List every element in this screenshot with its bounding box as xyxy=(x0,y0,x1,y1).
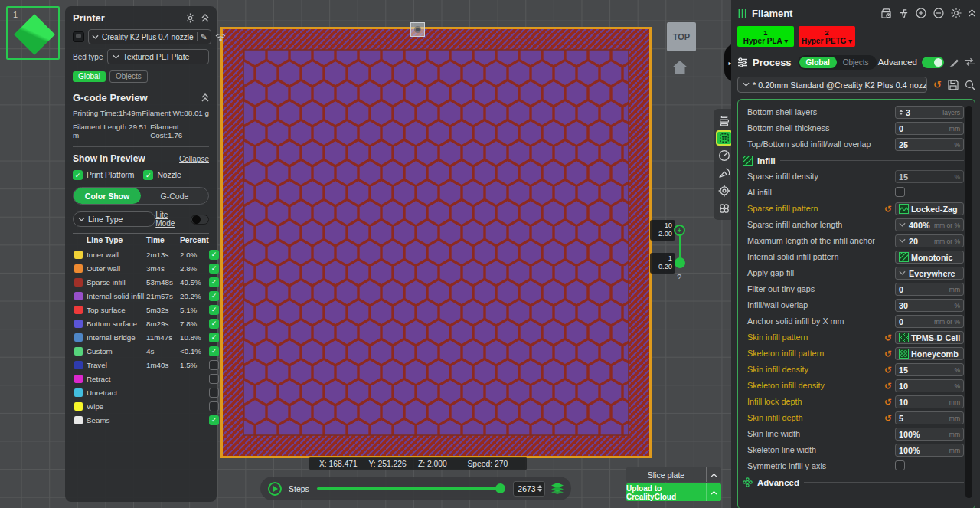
upload-to-crealitycloud-button[interactable]: Upload to CrealityCloud xyxy=(626,483,721,501)
wifi-icon[interactable] xyxy=(215,33,226,41)
save-preset-icon[interactable] xyxy=(948,80,959,90)
setting-control-sparse-infill-density[interactable]: 15% xyxy=(895,170,964,183)
line-visibility-checkbox[interactable] xyxy=(209,401,219,411)
printer-settings-gear-icon[interactable] xyxy=(185,13,195,23)
collapse-link[interactable]: Collapse xyxy=(179,155,209,163)
reset-setting-icon[interactable]: ↺ xyxy=(884,381,895,392)
setting-control-sparse-infill-anchor-length[interactable]: 400%mm or % xyxy=(895,218,964,231)
reset-setting-icon[interactable]: ↺ xyxy=(884,204,895,215)
advanced-toggle[interactable] xyxy=(922,57,944,68)
line-visibility-checkbox[interactable]: ✓ xyxy=(209,346,219,356)
steps-input[interactable]: 2673 xyxy=(513,481,545,497)
setting-control-skeleton-line-width[interactable]: 100%mm xyxy=(895,444,964,457)
settings-scrollbar[interactable] xyxy=(965,106,972,498)
home-view-icon[interactable] xyxy=(671,60,688,75)
tab-objects[interactable]: Objects xyxy=(109,70,148,83)
play-button[interactable] xyxy=(268,482,282,496)
line-visibility-checkbox[interactable]: ✓ xyxy=(209,250,219,260)
reset-setting-icon[interactable]: ↺ xyxy=(884,333,895,343)
setting-control-filter-out-tiny-gaps[interactable]: 0mm xyxy=(895,283,964,296)
reset-setting-icon[interactable]: ↺ xyxy=(884,349,895,359)
setting-control-anchor-solid-infill-by-x-mm[interactable]: 0mm or % xyxy=(895,315,964,328)
plate-view-tool-icon[interactable] xyxy=(716,130,733,146)
setting-control-skeleton-infill-pattern[interactable]: Honeycomb xyxy=(895,347,964,360)
process-tab-global[interactable]: Global xyxy=(799,57,837,68)
add-filament-icon[interactable] xyxy=(916,8,926,18)
object-thumbnail[interactable]: 1 xyxy=(6,6,60,60)
compare-presets-icon[interactable] xyxy=(964,57,975,67)
bed-type-select[interactable]: Textured PEI Plate xyxy=(107,49,209,64)
layer-slider-help[interactable]: ? xyxy=(677,273,681,282)
spinner-arrows[interactable] xyxy=(900,110,903,115)
line-visibility-checkbox[interactable]: ✓ xyxy=(209,305,219,315)
process-tab-objects[interactable]: Objects xyxy=(837,57,875,68)
line-visibility-checkbox[interactable]: ✓ xyxy=(209,333,219,342)
line-preview-tool-icon[interactable] xyxy=(716,113,733,128)
line-visibility-checkbox[interactable]: ✓ xyxy=(209,415,219,425)
filament-store-icon[interactable] xyxy=(880,8,892,18)
filament-settings-gear-icon[interactable] xyxy=(951,8,962,18)
process-preset-select[interactable]: * 0.20mm Standard @Creality K2 Plus 0.4 … xyxy=(737,77,927,93)
line-visibility-checkbox[interactable]: ✓ xyxy=(209,291,219,301)
setting-control-sparse-infill-pattern[interactable]: Locked-Zag xyxy=(895,202,964,215)
reset-setting-icon[interactable]: ↺ xyxy=(884,397,895,408)
checkbox-print-platform[interactable]: ✓ xyxy=(73,170,83,180)
tab-global[interactable]: Global xyxy=(73,71,106,82)
tab-color-show[interactable]: Color Show xyxy=(74,188,141,204)
steps-slider[interactable] xyxy=(317,487,504,490)
reset-preset-icon[interactable]: ↺ xyxy=(933,79,942,90)
setting-control-infill-lock-depth[interactable]: 10mm xyxy=(895,395,964,408)
filament-chip-2[interactable]: 2Hyper PETG ▾ xyxy=(799,26,855,47)
checkbox-nozzle[interactable]: ✓ xyxy=(143,170,153,180)
tab-gcode[interactable]: G-Code xyxy=(141,188,208,204)
remove-filament-icon[interactable] xyxy=(933,8,944,18)
paint-brush-icon[interactable] xyxy=(949,57,959,67)
setting-control-maximum-length-of-the-infill-anchor[interactable]: 20mm or % xyxy=(895,234,964,247)
line-visibility-checkbox[interactable] xyxy=(209,360,219,370)
search-settings-icon[interactable] xyxy=(965,80,975,90)
collapse-gcode-icon[interactable] xyxy=(201,93,209,102)
line-visibility-checkbox[interactable]: ✓ xyxy=(209,277,219,287)
line-visibility-checkbox[interactable]: ✓ xyxy=(209,319,219,329)
build-plate-viewport[interactable]: TOP ▸ 1 Printer Creality K2 Plus 0.4 xyxy=(0,0,980,508)
steps-slider-handle[interactable] xyxy=(495,483,505,493)
speed-gauge-tool-icon[interactable] xyxy=(716,148,733,163)
setting-control-internal-solid-infill-pattern[interactable]: Monotonic xyxy=(895,251,964,264)
edit-printer-icon[interactable]: ✎ xyxy=(201,32,207,42)
line-type-select[interactable]: Line Type xyxy=(73,211,155,227)
bed-level-tool-icon[interactable] xyxy=(716,166,733,181)
slice-plate-button[interactable]: Slice plate xyxy=(626,467,721,482)
setting-control-bottom-shell-layers[interactable]: 3layers xyxy=(895,106,964,119)
line-visibility-checkbox[interactable] xyxy=(209,388,219,398)
setting-control-top-bottom-solid-infill-wall-overlap[interactable]: 25% xyxy=(895,138,964,151)
filament-dropper-icon[interactable] xyxy=(899,8,909,18)
layer-slider-top-handle[interactable]: + xyxy=(674,225,685,236)
setting-control-bottom-shell-thickness[interactable]: 0mm xyxy=(895,122,964,135)
more-tools-icon[interactable] xyxy=(716,201,733,216)
reset-setting-icon[interactable]: ↺ xyxy=(884,413,895,424)
setting-control-skin-line-width[interactable]: 100%mm xyxy=(895,428,964,441)
calibration-tool-icon[interactable] xyxy=(716,183,733,198)
layer-slider-bottom-handle[interactable] xyxy=(675,257,685,268)
setting-control-skin-infill-pattern[interactable]: TPMS-D Cell xyxy=(895,331,964,344)
print-preview-object[interactable] xyxy=(220,27,652,458)
printer-select[interactable]: Creality K2 Plus 0.4 nozzle ✎ xyxy=(88,29,211,44)
collapse-panel-icon[interactable] xyxy=(201,14,209,22)
line-visibility-checkbox[interactable]: ✓ xyxy=(209,264,219,274)
upload-options-chevron[interactable] xyxy=(706,483,721,501)
setting-control-skeleton-infill-density[interactable]: 10% xyxy=(895,379,964,392)
reset-setting-icon[interactable]: ↺ xyxy=(884,365,895,375)
setting-control-infill-wall-overlap[interactable]: 30% xyxy=(895,299,964,312)
lite-mode-toggle[interactable] xyxy=(191,215,209,225)
filament-collapse-icon[interactable] xyxy=(969,9,975,17)
slice-options-chevron[interactable] xyxy=(706,467,721,482)
filament-chip-1[interactable]: 1Hyper PLA ▾ xyxy=(737,26,794,47)
view-cube-top[interactable]: TOP xyxy=(667,22,696,51)
layers-icon[interactable] xyxy=(551,483,564,494)
setting-checkbox[interactable] xyxy=(895,187,905,197)
setting-control-skin-infill-density[interactable]: 15% xyxy=(895,363,964,376)
setting-checkbox[interactable] xyxy=(895,460,905,470)
setting-control-skin-infill-depth[interactable]: 5mm xyxy=(895,411,964,424)
setting-control-apply-gap-fill[interactable]: Everywhere xyxy=(895,267,964,280)
line-visibility-checkbox[interactable] xyxy=(209,374,219,384)
